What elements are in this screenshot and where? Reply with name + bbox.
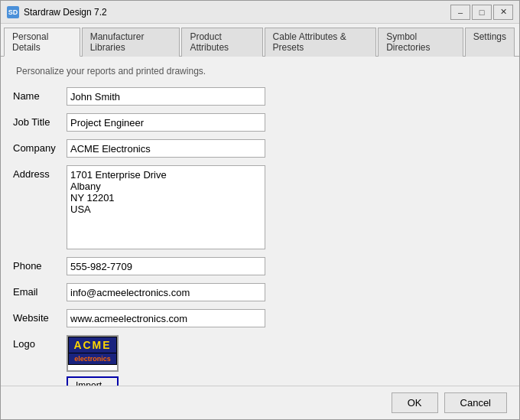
content-area: Personalize your reports and printed dra… xyxy=(1,57,519,386)
website-label: Website xyxy=(13,309,67,324)
name-row: Name xyxy=(13,87,507,106)
company-label: Company xyxy=(13,139,67,154)
job-title-label: Job Title xyxy=(13,113,67,128)
acme-logo-bottom: electronics xyxy=(68,353,117,365)
name-label: Name xyxy=(13,87,67,102)
acme-logo: ACME electronics xyxy=(68,337,117,370)
tab-personal-details[interactable]: Personal Details xyxy=(4,28,80,57)
app-icon: SD xyxy=(7,6,19,18)
tab-bar: Personal Details Manufacturer Libraries … xyxy=(1,24,519,57)
address-label: Address xyxy=(13,165,67,180)
name-input[interactable] xyxy=(67,87,265,106)
maximize-button[interactable]: □ xyxy=(472,5,492,20)
job-title-row: Job Title xyxy=(13,113,507,132)
main-window: SD Stardraw Design 7.2 – □ ✕ Personal De… xyxy=(0,0,520,420)
acme-logo-top: ACME xyxy=(68,337,117,353)
close-button[interactable]: ✕ xyxy=(493,5,513,20)
tab-symbol-directories[interactable]: Symbol Directories xyxy=(378,28,463,57)
logo-label: Logo xyxy=(13,335,67,350)
company-input[interactable] xyxy=(67,139,265,158)
company-row: Company xyxy=(13,139,507,158)
phone-row: Phone xyxy=(13,257,507,275)
phone-label: Phone xyxy=(13,257,67,272)
website-input[interactable] xyxy=(67,309,265,327)
email-row: Email xyxy=(13,283,507,301)
logo-row: Logo ACME electronics Import... xyxy=(13,335,507,386)
window-controls: – □ ✕ xyxy=(450,5,513,20)
tab-cable-attributes[interactable]: Cable Attributes & Presets xyxy=(265,28,377,57)
footer: OK Cancel xyxy=(1,386,519,419)
cancel-button[interactable]: Cancel xyxy=(444,392,507,413)
minimize-button[interactable]: – xyxy=(450,5,470,20)
tab-settings[interactable]: Settings xyxy=(465,28,515,57)
logo-image: ACME electronics xyxy=(67,335,119,372)
tab-manufacturer-libraries[interactable]: Manufacturer Libraries xyxy=(82,28,180,57)
tab-product-attributes[interactable]: Product Attributes xyxy=(181,28,262,57)
email-label: Email xyxy=(13,283,67,298)
ok-button[interactable]: OK xyxy=(392,392,438,413)
window-title: Stardraw Design 7.2 xyxy=(24,7,450,18)
address-input[interactable]: 1701 Enterprise Drive Albany NY 12201 US… xyxy=(67,165,265,249)
import-button[interactable]: Import... xyxy=(67,376,119,386)
email-input[interactable] xyxy=(67,283,265,301)
hint-text: Personalize your reports and printed dra… xyxy=(13,66,507,77)
website-row: Website xyxy=(13,309,507,327)
phone-input[interactable] xyxy=(67,257,265,275)
address-row: Address 1701 Enterprise Drive Albany NY … xyxy=(13,165,507,249)
job-title-input[interactable] xyxy=(67,113,265,132)
title-bar: SD Stardraw Design 7.2 – □ ✕ xyxy=(1,1,519,24)
